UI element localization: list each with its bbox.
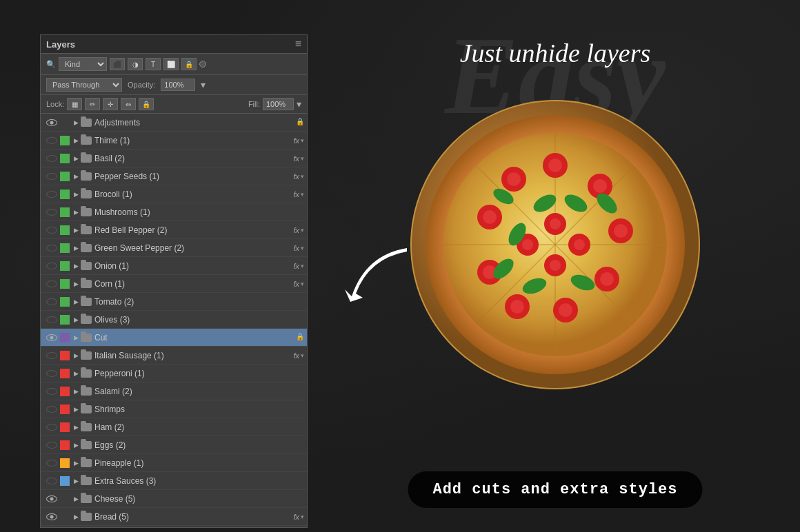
layer-expand-arrow[interactable]: ▶	[71, 279, 81, 289]
layer-row[interactable]: ▶Tomato (2)	[41, 293, 307, 311]
layer-expand-arrow[interactable]: ▶	[71, 225, 81, 235]
layer-expand-arrow[interactable]: ▶	[71, 297, 81, 307]
lock-position-btn[interactable]: ✏	[85, 98, 100, 110]
layer-expand-arrow[interactable]: ▶	[71, 351, 81, 360]
layer-row[interactable]: ▶Pepper Seeds (1)fx▾	[41, 167, 307, 185]
shape-filter-btn[interactable]: ⬜	[163, 58, 179, 70]
layer-expand-arrow[interactable]: ▶	[71, 422, 81, 432]
layer-visibility-toggle[interactable]	[43, 150, 60, 167]
layer-visibility-toggle[interactable]	[43, 276, 60, 292]
layer-expand-arrow[interactable]: ▶	[71, 261, 81, 271]
layer-row[interactable]: ▶Onion (1)fx▾	[41, 257, 307, 275]
fx-chevron[interactable]: ▾	[301, 227, 304, 234]
layer-row[interactable]: ▶Shrimps	[41, 400, 307, 418]
layer-row[interactable]: ▶Pepperoni (1)	[41, 365, 307, 382]
layer-visibility-toggle[interactable]	[43, 491, 60, 507]
layer-visibility-toggle[interactable]	[43, 347, 60, 364]
fill-input[interactable]	[263, 98, 294, 110]
layer-row[interactable]: ▶Bread (5)fx▾	[41, 508, 307, 526]
layer-row[interactable]: ▶Extra Sauces (3)	[41, 472, 307, 490]
layer-visibility-toggle[interactable]	[43, 473, 60, 489]
layer-visibility-toggle[interactable]	[43, 455, 60, 471]
layer-visibility-toggle[interactable]	[43, 258, 60, 274]
kind-select[interactable]: Kind	[59, 57, 107, 71]
fx-chevron[interactable]: ▾	[301, 263, 304, 269]
layer-expand-arrow[interactable]: ▶	[71, 512, 81, 522]
layer-expand-arrow[interactable]: ▶	[71, 369, 81, 378]
layer-row[interactable]: ▶Brocoli (1)fx▾	[41, 185, 307, 203]
layer-expand-arrow[interactable]: ▶	[71, 405, 81, 414]
fx-chevron[interactable]: ▾	[301, 513, 304, 520]
layer-expand-arrow[interactable]: ▶	[71, 458, 81, 468]
folder-icon	[81, 441, 92, 449]
layer-expand-arrow[interactable]: ▶	[71, 494, 81, 504]
layer-expand-arrow[interactable]: ▶	[71, 440, 81, 450]
layer-expand-arrow[interactable]: ▶	[71, 207, 81, 217]
pixel-filter-btn[interactable]: ⬛	[110, 58, 125, 70]
lock-pixels-btn[interactable]: ▦	[67, 98, 82, 110]
layer-expand-arrow[interactable]: ▶	[71, 243, 81, 253]
fx-chevron[interactable]: ▾	[301, 280, 304, 287]
opacity-chevron[interactable]: ▾	[201, 79, 206, 90]
layer-expand-arrow[interactable]: ▶	[71, 315, 81, 325]
layer-visibility-toggle[interactable]	[43, 526, 60, 528]
layer-row[interactable]: ▶Cheese (5)	[41, 490, 307, 508]
layer-row[interactable]: ▶Plates (5)fx▾	[41, 526, 307, 527]
layer-expand-arrow[interactable]: ▶	[71, 118, 81, 127]
layer-visibility-toggle[interactable]	[43, 365, 60, 382]
layer-visibility-toggle[interactable]	[43, 437, 60, 453]
layer-row[interactable]: ▶Olives (3)	[41, 311, 307, 329]
fx-chevron[interactable]: ▾	[301, 137, 304, 144]
layer-expand-arrow[interactable]: ▶	[71, 136, 81, 145]
fx-badge: fx	[293, 226, 299, 234]
layer-row[interactable]: ▶Ham (2)	[41, 418, 307, 436]
layer-row[interactable]: ▶Red Bell Pepper (2)fx▾	[41, 221, 307, 239]
layer-visibility-toggle[interactable]	[43, 401, 60, 418]
layer-visibility-toggle[interactable]	[43, 132, 60, 149]
layer-visibility-toggle[interactable]	[43, 240, 60, 256]
layer-row[interactable]: ▶Thime (1)fx▾	[41, 132, 307, 150]
lock-artboard-btn[interactable]: ⇔	[121, 98, 136, 110]
layer-row[interactable]: ▶Green Sweet Pepper (2)fx▾	[41, 239, 307, 257]
layer-expand-arrow[interactable]: ▶	[71, 387, 81, 396]
layer-visibility-toggle[interactable]	[43, 114, 60, 131]
smart-filter-btn[interactable]: 🔒	[181, 58, 197, 70]
layer-visibility-toggle[interactable]	[43, 186, 60, 203]
layer-visibility-toggle[interactable]	[43, 383, 60, 400]
layer-row[interactable]: ▶Basil (2)fx▾	[41, 150, 307, 167]
lock-move-btn[interactable]: ✛	[103, 98, 118, 110]
blend-mode-select[interactable]: Pass Through	[46, 78, 122, 92]
layer-visibility-toggle[interactable]	[43, 329, 60, 346]
layer-visibility-toggle[interactable]	[43, 168, 60, 185]
type-filter-btn[interactable]: T	[146, 58, 161, 70]
layer-expand-arrow[interactable]: ▶	[71, 190, 81, 199]
layer-row[interactable]: ▶Italian Sausage (1)fx▾	[41, 347, 307, 365]
panel-menu-icon[interactable]: ≡	[295, 38, 301, 50]
layer-visibility-toggle[interactable]	[43, 509, 60, 525]
layer-visibility-toggle[interactable]	[43, 419, 60, 436]
fx-chevron[interactable]: ▾	[301, 155, 304, 162]
layer-row[interactable]: ▶Corn (1)fx▾	[41, 275, 307, 293]
layer-expand-arrow[interactable]: ▶	[71, 154, 81, 163]
layer-expand-arrow[interactable]: ▶	[71, 476, 81, 486]
layer-expand-arrow[interactable]: ▶	[71, 172, 81, 181]
fx-chevron[interactable]: ▾	[301, 173, 304, 180]
fill-chevron[interactable]: ▾	[297, 99, 301, 110]
layer-row[interactable]: ▶Adjustments🔒	[41, 114, 307, 132]
adjustment-filter-btn[interactable]: ◑	[128, 58, 143, 70]
fx-chevron[interactable]: ▾	[301, 352, 304, 359]
layer-visibility-toggle[interactable]	[43, 294, 60, 310]
opacity-input[interactable]	[161, 79, 195, 91]
layer-visibility-toggle[interactable]	[43, 204, 60, 221]
layer-row[interactable]: ▶Cut🔒	[41, 329, 307, 347]
layer-expand-arrow[interactable]: ▶	[71, 333, 81, 342]
layer-visibility-toggle[interactable]	[43, 222, 60, 238]
fx-chevron[interactable]: ▾	[301, 191, 304, 198]
lock-all-btn[interactable]: 🔒	[139, 98, 154, 110]
layer-row[interactable]: ▶Mushrooms (1)	[41, 203, 307, 221]
fx-chevron[interactable]: ▾	[301, 245, 304, 252]
layer-row[interactable]: ▶Pineapple (1)	[41, 454, 307, 472]
layer-row[interactable]: ▶Eggs (2)	[41, 436, 307, 454]
layer-row[interactable]: ▶Salami (2)	[41, 382, 307, 400]
layer-visibility-toggle[interactable]	[43, 311, 60, 328]
